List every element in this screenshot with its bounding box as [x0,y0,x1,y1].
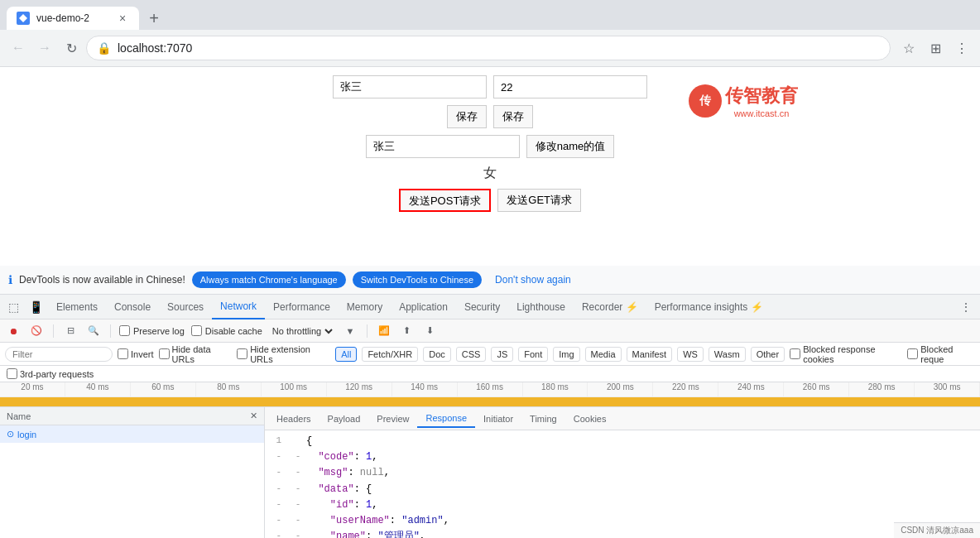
tab-preview[interactable]: Preview [368,411,417,427]
tab-headers[interactable]: Headers [268,411,319,427]
json-response: 1 { - - "code": 1, - - "msg": null, - - … [265,430,980,538]
tab-performance[interactable]: Performance [265,295,339,319]
hide-data-urls-input[interactable] [159,348,170,359]
filter-js-button[interactable]: JS [491,347,513,362]
disable-cache-checkbox[interactable]: Disable cache [191,325,262,336]
filter-ws-button[interactable]: WS [677,347,704,362]
detail-column: Headers Payload Preview Response Initiat… [265,407,980,538]
forward-button[interactable]: → [33,36,56,60]
download-icon[interactable]: ⬇ [422,323,439,339]
invert-label: Invert [131,349,154,359]
tab-memory[interactable]: Memory [339,295,391,319]
inspect-icon[interactable]: ⬚ [3,297,24,317]
timeline-label: 300 ms [915,382,980,396]
tab-security[interactable]: Security [456,295,508,319]
filter-media-button[interactable]: Media [585,347,622,362]
toolbar-separator [53,324,54,338]
tab-recorder[interactable]: Recorder ⚡ [574,295,646,319]
blocked-reque-input[interactable] [907,348,918,359]
tab-network[interactable]: Network [212,295,265,319]
preserve-log-checkbox[interactable]: Preserve log [119,325,185,336]
tab-response[interactable]: Response [417,410,475,428]
filter-font-button[interactable]: Font [518,347,548,362]
tab-initiator[interactable]: Initiator [475,411,521,427]
filter-doc-button[interactable]: Doc [423,347,451,362]
browser-tab[interactable]: vue-demo-2 × [7,7,139,30]
filter-wasm-button[interactable]: Wasm [709,347,746,362]
stop-recording-icon[interactable]: ⏺ [5,323,22,339]
hide-ext-urls-label: Hide extension URLs [250,344,330,364]
disable-cache-input[interactable] [191,325,202,336]
tab-console[interactable]: Console [106,295,159,319]
filter-icon[interactable]: ⊟ [62,323,79,339]
close-name-col-icon[interactable]: ✕ [250,411,257,421]
filter-input[interactable] [5,347,113,362]
tab-close-icon[interactable]: × [116,12,129,25]
hide-data-urls-checkbox[interactable]: Hide data URLs [159,344,233,364]
save-button-2[interactable]: 保存 [493,105,533,128]
timeline-label: 140 ms [392,382,458,396]
name-input-2[interactable] [366,135,520,158]
json-key-data: "data" [318,483,353,495]
bookmark-button[interactable]: ☆ [897,36,920,60]
throttling-select[interactable]: No throttling [269,325,335,337]
third-party-input[interactable] [7,368,17,379]
json-value-name: "管理员" [377,531,419,538]
gender-display: 女 [17,165,963,182]
dont-show-again-button[interactable]: Don't show again [488,271,578,289]
json-line-data: - - "data": { [265,482,980,497]
tab-payload[interactable]: Payload [319,411,369,427]
match-language-button[interactable]: Always match Chrome's language [192,271,346,288]
filter-fetch-xhr-button[interactable]: Fetch/XHR [362,347,418,362]
hide-ext-urls-input[interactable] [237,348,247,359]
invert-checkbox[interactable]: Invert [118,348,154,359]
upload-icon[interactable]: ⬆ [399,323,416,339]
post-button[interactable]: 发送POST请求 [399,189,491,212]
filter-css-button[interactable]: CSS [456,347,487,362]
back-button[interactable]: ← [7,36,30,60]
preserve-log-input[interactable] [119,325,130,336]
blocked-response-checkbox[interactable]: Blocked response cookies [790,344,902,364]
tab-sources[interactable]: Sources [159,295,212,319]
third-party-checkbox[interactable]: 3rd-party requests [7,368,973,379]
login-request-item[interactable]: ⊙ login [0,425,264,443]
menu-button[interactable]: ⋮ [950,36,973,60]
json-value-username: "admin" [401,515,443,526]
reload-button[interactable]: ↻ [60,36,83,60]
tab-elements[interactable]: Elements [48,295,106,319]
wifi-icon[interactable]: 📶 [376,323,392,339]
invert-input[interactable] [118,348,128,359]
bottom-bar-text: CSDN 清风微凉aaa [901,525,973,536]
line-expand: - [290,465,306,480]
tab-application[interactable]: Application [391,295,456,319]
json-line-msg: - - "msg": null, [265,465,980,481]
search-icon[interactable]: 🔍 [85,323,102,339]
modify-name-button[interactable]: 修改name的值 [526,135,615,158]
save-button-1[interactable]: 保存 [447,105,487,128]
timeline-label: 260 ms [784,382,849,396]
new-tab-button[interactable]: + [142,7,166,30]
switch-devtools-button[interactable]: Switch DevTools to Chinese [353,271,482,288]
blocked-response-label: Blocked response cookies [803,344,902,364]
filter-all-button[interactable]: All [335,347,357,362]
name-input[interactable] [333,75,487,98]
tab-cookies[interactable]: Cookies [565,411,615,427]
hide-ext-urls-checkbox[interactable]: Hide extension URLs [237,344,330,364]
blocked-reque-checkbox[interactable]: Blocked reque [907,344,975,364]
extensions-button[interactable]: ⊞ [924,36,947,60]
clear-icon[interactable]: 🚫 [28,323,45,339]
tab-performance-insights[interactable]: Performance insights ⚡ [646,295,771,319]
filter-manifest-button[interactable]: Manifest [627,347,673,362]
device-icon[interactable]: 📱 [24,297,48,317]
tab-timing[interactable]: Timing [521,411,565,427]
get-button[interactable]: 发送GET请求 [497,189,581,212]
third-party-label: 3rd-party requests [20,369,94,379]
devtools-settings-icon[interactable]: ⋮ [955,297,977,317]
address-bar[interactable]: 🔒 localhost:7070 [86,36,891,60]
throttling-arrow-icon[interactable]: ▼ [342,323,358,339]
tab-lighthouse[interactable]: Lighthouse [508,295,574,319]
age-input[interactable] [493,75,647,98]
blocked-response-input[interactable] [790,348,800,359]
filter-other-button[interactable]: Other [751,347,785,362]
filter-img-button[interactable]: Img [553,347,579,362]
